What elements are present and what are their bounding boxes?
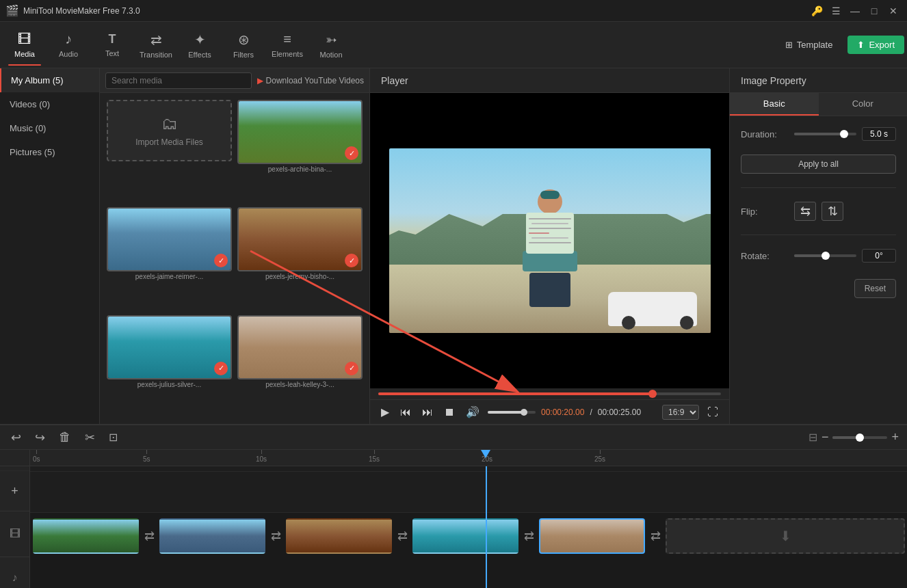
zoom-slider[interactable] xyxy=(832,436,887,439)
cut-button[interactable]: ✂ xyxy=(82,427,98,448)
playhead-handle[interactable] xyxy=(481,450,490,458)
list-item: ✓ pexels-jaime-reimer-... xyxy=(107,207,232,309)
flip-vertical-button[interactable]: ⇅ xyxy=(821,202,843,221)
toolbar-effects[interactable]: ✦ Effects xyxy=(178,25,222,66)
tab-color[interactable]: Color xyxy=(819,93,908,116)
check-icon: ✓ xyxy=(345,146,358,160)
transition-5[interactable]: ⇄ xyxy=(645,526,666,546)
media-grid: 🗂 Import Media Files ✓ pexels-archie-bin… xyxy=(100,93,369,424)
motion-label: Motion xyxy=(319,51,342,59)
track-labels: + 🎞 ♪ xyxy=(0,450,30,588)
player-title: Player xyxy=(381,75,408,86)
media-item-leah[interactable]: ✓ xyxy=(237,315,363,379)
clip-1[interactable] xyxy=(33,518,139,554)
clip-5[interactable] xyxy=(539,518,645,554)
reset-button[interactable]: Reset xyxy=(854,279,896,298)
export-button[interactable]: ⬆ Export xyxy=(847,36,904,54)
toolbar-motion[interactable]: ➳ Motion xyxy=(309,25,353,66)
key-icon[interactable]: 🔑 xyxy=(809,3,825,19)
media-item-archie[interactable]: ✓ xyxy=(237,100,363,164)
import-media-button[interactable]: 🗂 Import Media Files xyxy=(107,100,232,161)
player-view xyxy=(370,93,729,388)
duration-value[interactable]: 5.0 s xyxy=(862,127,896,141)
fullscreen-button[interactable]: ⛶ xyxy=(705,405,721,420)
zoom-in-button[interactable]: + xyxy=(891,430,899,444)
rotate-label: Rotate: xyxy=(741,251,789,261)
time-current: 00:00:20.00 xyxy=(541,407,584,417)
list-item: ✓ pexels-archie-bina-... xyxy=(237,100,363,202)
film-icon: 🎞 xyxy=(10,528,21,540)
download-icon: ⬇ xyxy=(780,528,791,544)
toolbar-elements[interactable]: ≡ Elements xyxy=(265,25,309,66)
center-panel: Player xyxy=(370,68,729,424)
volume-slider[interactable] xyxy=(488,411,536,414)
stop-button[interactable]: ⏹ xyxy=(441,405,458,420)
toolbar-filters[interactable]: ⊛ Filters xyxy=(222,25,265,66)
minimize-button[interactable]: — xyxy=(847,3,863,19)
import-label: Import Media Files xyxy=(135,137,203,147)
text-icon: T xyxy=(109,32,116,46)
crop-button[interactable]: ⊡ xyxy=(106,428,120,446)
time-total: 00:00:25.00 xyxy=(598,407,641,417)
effects-icon: ✦ xyxy=(194,31,206,48)
next-frame-button[interactable]: ⏭ xyxy=(419,405,436,420)
media-item-julius[interactable]: ✓ xyxy=(107,315,232,379)
timeline-container: + 🎞 ♪ 0s 5s 10s 15s 20s 25s xyxy=(0,450,907,588)
apply-to-all-button[interactable]: Apply to all xyxy=(741,155,896,174)
toolbar-transition[interactable]: ⇄ Transition xyxy=(134,25,178,66)
zoom-out-button[interactable]: − xyxy=(821,430,829,444)
toolbar-text[interactable]: T Text xyxy=(90,25,134,66)
progress-bar[interactable] xyxy=(378,392,721,395)
elements-icon: ≡ xyxy=(283,31,291,47)
media-icon: 🎞 xyxy=(18,31,31,47)
search-input[interactable] xyxy=(105,72,252,89)
motion-icon: ➳ xyxy=(326,31,337,48)
aspect-ratio-select[interactable]: 16:9 9:16 1:1 4:3 xyxy=(662,405,699,420)
rotate-slider[interactable] xyxy=(794,254,856,257)
sidebar-item-my-album[interactable]: My Album (5) xyxy=(0,68,99,92)
clip-4[interactable] xyxy=(412,518,518,554)
rotate-value[interactable]: 0° xyxy=(862,249,896,263)
transition-icon: ⇄ xyxy=(150,31,162,48)
mute-button[interactable]: 🔊 xyxy=(463,404,482,420)
template-icon: ⊞ xyxy=(785,40,793,50)
toolbar-audio[interactable]: ♪ Audio xyxy=(47,25,90,66)
clip-2[interactable] xyxy=(159,518,265,554)
close-button[interactable]: ✕ xyxy=(885,3,902,19)
flip-label: Flip: xyxy=(741,206,789,217)
empty-clip-slot[interactable]: ⬇ xyxy=(666,518,905,554)
media-item-jaime[interactable]: ✓ xyxy=(107,207,232,271)
transition-label: Transition xyxy=(140,51,172,59)
tab-basic[interactable]: Basic xyxy=(730,93,819,116)
template-button[interactable]: ⊞ Template xyxy=(776,36,843,54)
filters-icon: ⊛ xyxy=(238,31,250,48)
play-button[interactable]: ▶ xyxy=(378,404,392,420)
timeline-scroll-area[interactable]: 0s 5s 10s 15s 20s 25s xyxy=(30,450,907,588)
duration-label: Duration: xyxy=(741,129,789,139)
prev-frame-button[interactable]: ⏮ xyxy=(397,405,414,420)
flip-horizontal-button[interactable]: ⇆ xyxy=(794,202,816,221)
titlebar-controls: 🔑 ☰ — □ ✕ xyxy=(809,3,902,19)
app-title: MiniTool MovieMaker Free 7.3.0 xyxy=(23,6,140,16)
download-youtube-button[interactable]: ▶ Download YouTube Videos xyxy=(257,76,364,85)
sidebar-item-videos[interactable]: Videos (0) xyxy=(0,92,99,116)
transition-1[interactable]: ⇄ xyxy=(139,526,159,546)
sidebar-item-music[interactable]: Music (0) xyxy=(0,116,99,140)
duration-slider[interactable] xyxy=(794,133,856,135)
transition-4[interactable]: ⇄ xyxy=(518,526,539,546)
maximize-button[interactable]: □ xyxy=(866,3,882,19)
undo-button[interactable]: ↩ xyxy=(8,427,24,448)
redo-button[interactable]: ↪ xyxy=(32,427,48,448)
audio-icon: ♪ xyxy=(65,31,72,47)
transition-2[interactable]: ⇄ xyxy=(265,526,286,546)
menu-icon[interactable]: ☰ xyxy=(828,3,844,19)
clip-3[interactable] xyxy=(286,518,392,554)
delete-button[interactable]: 🗑 xyxy=(56,427,74,447)
toolbar-media[interactable]: 🎞 Media xyxy=(3,25,47,66)
add-track-button[interactable]: + xyxy=(0,471,29,511)
sidebar-item-pictures[interactable]: Pictures (5) xyxy=(0,140,99,164)
transition-3[interactable]: ⇄ xyxy=(392,526,412,546)
timeline-ruler: 0s 5s 10s 15s 20s 25s xyxy=(30,450,907,466)
player-controls: ▶ ⏮ ⏭ ⏹ 🔊 00:00:20.00 / 00:00:25.00 16:9… xyxy=(370,399,729,424)
media-item-jeremy[interactable]: ✓ xyxy=(237,207,363,271)
